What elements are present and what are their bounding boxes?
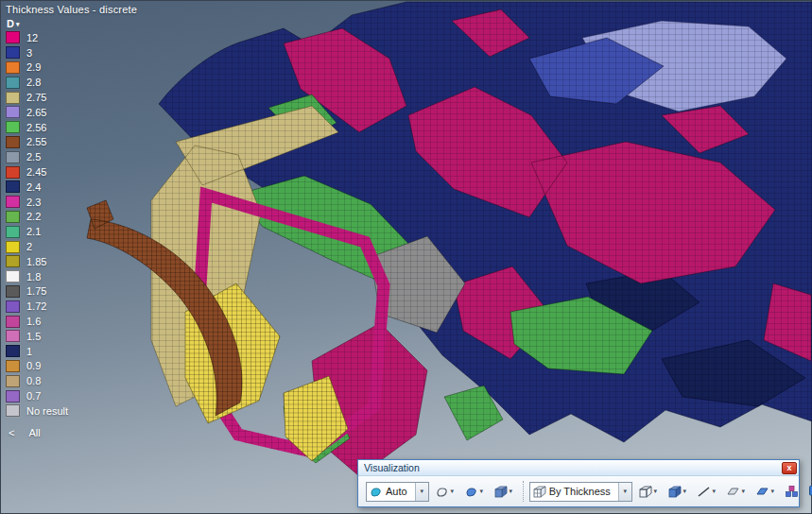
legend-color-swatch bbox=[6, 360, 20, 372]
legend-item[interactable]: 2 bbox=[6, 239, 137, 254]
wireframe-surface-button[interactable]: ▾ bbox=[432, 480, 458, 503]
legend-item[interactable]: 2.8 bbox=[6, 75, 137, 90]
legend-color-swatch bbox=[6, 92, 20, 104]
legend-value: 1.75 bbox=[26, 285, 46, 297]
legend-item[interactable]: 2.55 bbox=[6, 135, 137, 150]
chevron-down-icon: ▾ bbox=[682, 488, 688, 495]
legend-value: 12 bbox=[26, 32, 38, 43]
surface-shaded-icon bbox=[464, 485, 478, 498]
legend-color-swatch bbox=[6, 270, 20, 283]
legend-item[interactable]: No result bbox=[6, 403, 137, 419]
legend-item[interactable]: 2.5 bbox=[6, 149, 137, 164]
plane-shaded-icon bbox=[755, 485, 769, 498]
visualization-titlebar[interactable]: Visualization x bbox=[358, 460, 799, 476]
legend-value: 3 bbox=[26, 47, 32, 59]
legend-title: Thickness Values - discrete bbox=[6, 4, 137, 15]
legend-color-swatch bbox=[6, 31, 20, 43]
wireframe-cube-button[interactable]: ▾ bbox=[635, 480, 662, 503]
entity-mode-combo[interactable]: Auto ▾ bbox=[366, 482, 429, 502]
edge-display-button[interactable]: ▾ bbox=[694, 480, 720, 503]
visualization-toolbar: Auto ▾ ▾ ▾ ▾ By Thickness ▾ ▾ ▾ bbox=[358, 476, 799, 506]
diagonal-line-icon bbox=[697, 485, 711, 498]
legend-value: 0.9 bbox=[26, 360, 41, 371]
legend-color-swatch bbox=[6, 285, 20, 298]
legend-item[interactable]: 2.45 bbox=[6, 164, 137, 180]
legend-color-swatch bbox=[6, 151, 20, 163]
legend-value: 2.65 bbox=[26, 107, 46, 118]
legend-value: 1.8 bbox=[26, 271, 41, 283]
chevron-down-icon: ▾ bbox=[16, 21, 20, 27]
legend-item[interactable]: 2.75 bbox=[6, 90, 137, 105]
legend-color-swatch bbox=[6, 106, 20, 118]
legend-color-swatch bbox=[6, 136, 20, 148]
legend-value: 2.9 bbox=[26, 61, 41, 73]
thickness-legend: Thickness Values - discrete D ▾ 12 3 2.9… bbox=[6, 4, 137, 438]
legend-item[interactable]: 1.72 bbox=[6, 299, 137, 314]
legend-color-swatch bbox=[6, 255, 20, 267]
surface-blob-icon bbox=[369, 485, 383, 498]
legend-value: 1 bbox=[26, 346, 32, 357]
chevron-down-icon: ▾ bbox=[711, 488, 717, 495]
legend-item[interactable]: 2.1 bbox=[6, 224, 137, 239]
legend-item[interactable]: 2.2 bbox=[6, 210, 137, 225]
legend-value: 2.4 bbox=[26, 181, 41, 193]
legend-value: 2.3 bbox=[26, 197, 41, 208]
solid-body-button[interactable]: ▾ bbox=[491, 480, 517, 503]
legend-value: 0.8 bbox=[26, 375, 41, 386]
legend-item[interactable]: 2.56 bbox=[6, 120, 137, 135]
legend-value: 1.72 bbox=[26, 300, 46, 312]
toolbar-separator bbox=[523, 481, 524, 502]
legend-color-swatch bbox=[6, 211, 20, 223]
element-group-button[interactable] bbox=[782, 480, 803, 503]
legend-item[interactable]: 12 bbox=[6, 30, 137, 45]
monitor-icon bbox=[808, 485, 812, 499]
screen-button[interactable] bbox=[805, 480, 812, 503]
chevron-down-icon: ▾ bbox=[449, 488, 456, 495]
color-mode-value: By Thickness bbox=[549, 486, 615, 497]
legend-item[interactable]: 2.65 bbox=[6, 105, 137, 120]
legend-value: 0.7 bbox=[26, 390, 41, 402]
legend-item[interactable]: 2.9 bbox=[6, 60, 137, 76]
legend-value: 2.75 bbox=[26, 92, 46, 103]
facet-display-button[interactable]: ▾ bbox=[723, 480, 750, 503]
chevron-down-icon: ▾ bbox=[740, 488, 747, 495]
shaded-cube-button[interactable]: ▾ bbox=[665, 480, 691, 503]
legend-rows: 12 3 2.9 2.8 2.75 2.65 2.56 2.55 2.5 2.4… bbox=[6, 30, 137, 419]
shaded-surface-button[interactable]: ▾ bbox=[461, 480, 488, 503]
legend-all-label[interactable]: All bbox=[28, 427, 40, 438]
legend-item[interactable]: 1.8 bbox=[6, 269, 137, 284]
legend-item[interactable]: 0.9 bbox=[6, 359, 137, 374]
plane-flat-icon bbox=[726, 485, 740, 498]
close-button[interactable]: x bbox=[782, 462, 797, 474]
legend-item[interactable]: 1.75 bbox=[6, 284, 137, 300]
legend-item[interactable]: 3 bbox=[6, 45, 137, 60]
legend-item[interactable]: 1 bbox=[6, 344, 137, 359]
legend-back-arrow[interactable]: < bbox=[9, 427, 14, 438]
chevron-down-icon: ▾ bbox=[769, 488, 776, 495]
legend-item[interactable]: 2.4 bbox=[6, 180, 137, 195]
legend-value: 2.8 bbox=[26, 77, 41, 88]
chevron-down-icon: ▾ bbox=[618, 483, 631, 501]
window-title: Visualization bbox=[364, 462, 420, 473]
legend-color-swatch bbox=[6, 180, 20, 193]
legend-color-swatch bbox=[6, 316, 20, 328]
legend-item[interactable]: 1.6 bbox=[6, 314, 137, 329]
legend-color-swatch bbox=[6, 390, 20, 403]
legend-value: 2.5 bbox=[26, 151, 41, 163]
chevron-down-icon: ▾ bbox=[652, 488, 659, 495]
color-mode-combo[interactable]: By Thickness ▾ bbox=[529, 482, 632, 502]
legend-color-swatch bbox=[6, 300, 20, 313]
legend-node-label: D bbox=[7, 18, 14, 29]
legend-item[interactable]: 1.5 bbox=[6, 329, 137, 344]
legend-tree-node[interactable]: D ▾ bbox=[7, 18, 137, 29]
legend-color-swatch bbox=[6, 121, 20, 133]
legend-item[interactable]: 2.3 bbox=[6, 195, 137, 210]
chevron-down-icon: ▾ bbox=[508, 488, 514, 495]
shaded-plane-button[interactable]: ▾ bbox=[752, 480, 779, 503]
legend-item[interactable]: 0.7 bbox=[6, 388, 137, 403]
legend-color-swatch bbox=[6, 196, 20, 208]
legend-value: 2.45 bbox=[26, 166, 46, 178]
legend-value: No result bbox=[26, 405, 68, 417]
legend-item[interactable]: 1.85 bbox=[6, 254, 137, 269]
legend-item[interactable]: 0.8 bbox=[6, 373, 137, 388]
